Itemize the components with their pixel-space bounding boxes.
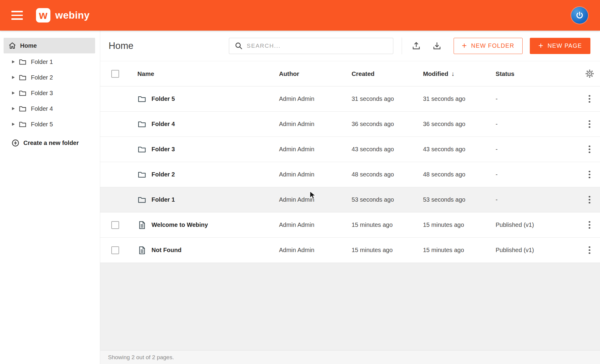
sidebar-folder-item[interactable]: Folder 3 xyxy=(0,85,100,101)
row-created: 48 seconds ago xyxy=(352,171,423,178)
folder-icon xyxy=(19,89,27,97)
sidebar-folder-item[interactable]: Folder 1 xyxy=(0,54,100,70)
column-header-created[interactable]: Created xyxy=(352,70,423,77)
row-checkbox[interactable] xyxy=(111,221,119,229)
row-author: Admin Admin xyxy=(279,247,352,254)
sidebar-folder-item[interactable]: Folder 4 xyxy=(0,101,100,116)
row-author: Admin Admin xyxy=(279,146,352,153)
hamburger-menu-button[interactable] xyxy=(11,11,23,20)
sidebar-home-label: Home xyxy=(20,42,37,49)
row-checkbox[interactable] xyxy=(111,246,119,254)
plus-icon: + xyxy=(538,41,544,50)
create-new-folder-button[interactable]: Create a new folder xyxy=(0,135,100,151)
row-status: - xyxy=(496,121,579,128)
kebab-menu-button[interactable] xyxy=(586,244,593,257)
row-created: 15 minutes ago xyxy=(352,221,423,228)
folder-icon xyxy=(137,145,146,154)
main-header: Home xyxy=(100,31,600,61)
table-row[interactable]: Folder 2 Admin Admin 48 seconds ago 48 s… xyxy=(100,162,600,187)
new-page-label: NEW PAGE xyxy=(548,42,582,49)
table-row[interactable]: Folder 4 Admin Admin 36 seconds ago 36 s… xyxy=(100,112,600,137)
chevron-right-icon[interactable] xyxy=(12,92,15,95)
sidebar-folder-label: Folder 5 xyxy=(31,121,53,128)
kebab-menu-button[interactable] xyxy=(586,143,593,156)
main-content: Home xyxy=(100,31,600,364)
row-name: Not Found xyxy=(152,247,182,254)
sidebar-folder-list: Folder 1 Folder 2 Folder 3 Folder 4 xyxy=(0,54,100,132)
row-author: Admin Admin xyxy=(279,196,352,203)
row-status: - xyxy=(496,95,579,102)
new-folder-label: NEW FOLDER xyxy=(471,42,514,49)
row-status: - xyxy=(496,171,579,178)
kebab-menu-button[interactable] xyxy=(586,219,593,231)
new-page-button[interactable]: + NEW PAGE xyxy=(530,38,590,54)
table-row[interactable]: Not Found Admin Admin 15 minutes ago 15 … xyxy=(100,238,600,263)
folder-icon xyxy=(137,170,146,179)
create-new-folder-label: Create a new folder xyxy=(23,140,79,146)
home-icon xyxy=(8,42,16,50)
kebab-menu-button[interactable] xyxy=(586,118,593,131)
power-icon xyxy=(575,11,584,20)
download-icon xyxy=(432,41,442,50)
table-row[interactable]: Welcome to Webiny Admin Admin 15 minutes… xyxy=(100,212,600,238)
select-all-checkbox[interactable] xyxy=(111,70,119,78)
row-modified: 43 seconds ago xyxy=(423,146,496,153)
search-input[interactable] xyxy=(247,43,388,49)
row-modified: 53 seconds ago xyxy=(423,196,496,203)
row-modified: 36 seconds ago xyxy=(423,121,496,128)
column-header-modified[interactable]: Modified ↓ xyxy=(423,70,496,77)
sidebar-folder-item[interactable]: Folder 5 xyxy=(0,116,100,132)
chevron-right-icon[interactable] xyxy=(12,123,15,126)
folder-icon xyxy=(19,105,27,113)
row-author: Admin Admin xyxy=(279,121,352,128)
user-avatar-button[interactable] xyxy=(571,7,588,24)
import-pages-button[interactable] xyxy=(410,39,423,52)
sidebar-item-home[interactable]: Home xyxy=(4,38,95,53)
sidebar-folder-item[interactable]: Folder 2 xyxy=(0,70,100,85)
table-row[interactable]: Folder 1 Admin Admin 53 seconds ago 53 s… xyxy=(100,187,600,212)
search-box xyxy=(229,38,393,54)
webiny-logo: w webiny xyxy=(36,8,90,23)
sidebar-folder-label: Folder 2 xyxy=(31,74,53,81)
kebab-menu-button[interactable] xyxy=(586,168,593,181)
row-created: 36 seconds ago xyxy=(352,121,423,128)
column-header-name[interactable]: Name xyxy=(130,70,279,77)
row-modified: 15 minutes ago xyxy=(423,247,496,254)
column-header-status[interactable]: Status xyxy=(496,70,579,77)
page-title: Home xyxy=(109,41,134,51)
sidebar-folder-label: Folder 3 xyxy=(31,90,53,97)
topbar: w webiny xyxy=(0,0,600,31)
new-folder-button[interactable]: + NEW FOLDER xyxy=(454,38,523,54)
export-pages-button[interactable] xyxy=(430,39,443,52)
app-window: w webiny Home xyxy=(0,0,600,364)
sidebar-folder-label: Folder 4 xyxy=(31,105,53,112)
kebab-menu-button[interactable] xyxy=(586,93,593,105)
row-modified: 48 seconds ago xyxy=(423,171,496,178)
column-header-author[interactable]: Author xyxy=(279,70,352,77)
row-name: Folder 1 xyxy=(152,196,175,203)
row-name: Folder 2 xyxy=(152,171,175,178)
row-modified: 31 seconds ago xyxy=(423,95,496,102)
table-row[interactable]: Folder 5 Admin Admin 31 seconds ago 31 s… xyxy=(100,86,600,112)
table-settings-button[interactable] xyxy=(585,69,594,78)
table-body: Folder 5 Admin Admin 31 seconds ago 31 s… xyxy=(100,86,600,263)
kebab-menu-button[interactable] xyxy=(586,194,593,206)
folder-icon xyxy=(137,95,146,104)
table-header: Name Author Created Modified ↓ Status xyxy=(100,61,600,86)
chevron-right-icon[interactable] xyxy=(12,76,15,79)
table-row[interactable]: Folder 3 Admin Admin 43 seconds ago 43 s… xyxy=(100,137,600,162)
folder-icon xyxy=(137,195,146,204)
brand-name: webiny xyxy=(55,10,90,21)
chevron-right-icon[interactable] xyxy=(12,60,15,63)
row-status: Published (v1) xyxy=(496,247,579,254)
row-name: Folder 3 xyxy=(152,146,175,153)
row-created: 53 seconds ago xyxy=(352,196,423,203)
row-author: Admin Admin xyxy=(279,95,352,102)
row-author: Admin Admin xyxy=(279,171,352,178)
chevron-right-icon[interactable] xyxy=(12,107,15,110)
gear-icon xyxy=(585,69,594,78)
table-footer: Showing 2 out of 2 pages. xyxy=(100,350,600,364)
folder-icon xyxy=(137,120,146,129)
row-status: - xyxy=(496,146,579,153)
page-icon xyxy=(137,221,146,230)
